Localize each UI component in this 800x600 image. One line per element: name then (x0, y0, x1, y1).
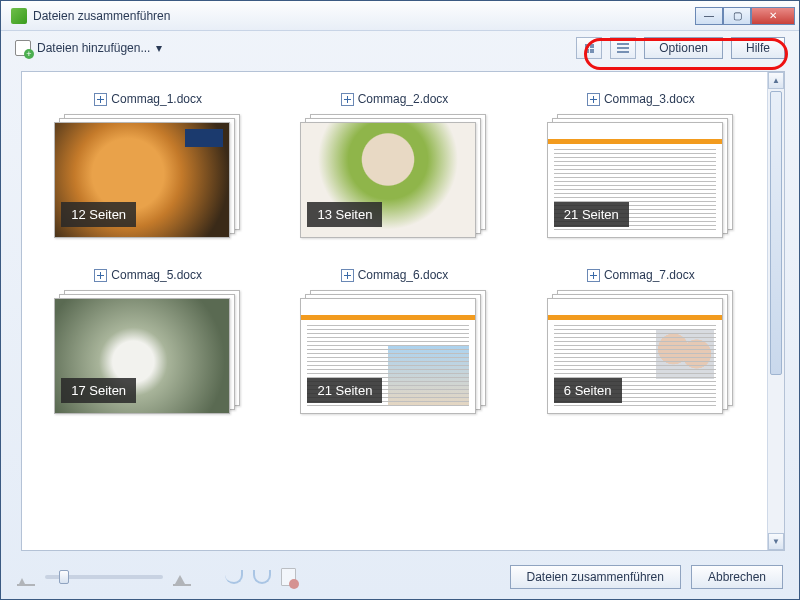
page-count-badge: 6 Seiten (554, 378, 622, 403)
minimize-button[interactable]: — (695, 7, 723, 25)
page-count-badge: 21 Seiten (307, 378, 382, 403)
toolbar: Dateien hinzufügen... ▾ Optionen Hilfe (1, 31, 799, 65)
close-button[interactable]: ✕ (751, 7, 795, 25)
file-item[interactable]: Commag_3.docx21 Seiten (525, 92, 757, 238)
file-item[interactable]: Commag_7.docx6 Seiten (525, 268, 757, 414)
page-count-badge: 12 Seiten (61, 202, 136, 227)
expand-icon[interactable] (341, 93, 354, 106)
scroll-thumb[interactable] (770, 91, 782, 375)
add-files-label: Dateien hinzufügen... (37, 41, 150, 55)
zoom-in-icon[interactable] (173, 568, 191, 586)
combine-files-button[interactable]: Dateien zusammenführen (510, 565, 681, 589)
help-button[interactable]: Hilfe (731, 37, 785, 59)
remove-file-button[interactable] (281, 568, 296, 586)
redo-button[interactable] (253, 570, 271, 584)
maximize-button[interactable]: ▢ (723, 7, 751, 25)
file-name: Commag_1.docx (111, 92, 202, 106)
file-item[interactable]: Commag_6.docx21 Seiten (278, 268, 510, 414)
file-name: Commag_6.docx (358, 268, 449, 282)
file-thumbnail-stack[interactable]: 21 Seiten (300, 290, 488, 414)
file-grid: Commag_1.docx12 SeitenCommag_2.docx13 Se… (22, 72, 767, 550)
file-name-row: Commag_7.docx (587, 268, 695, 282)
page-count-badge: 13 Seiten (307, 202, 382, 227)
file-thumbnail-stack[interactable]: 21 Seiten (547, 114, 735, 238)
window-controls: — ▢ ✕ (695, 7, 795, 25)
file-thumbnail-stack[interactable]: 6 Seiten (547, 290, 735, 414)
add-files-button[interactable]: Dateien hinzufügen... ▾ (15, 40, 162, 56)
file-name: Commag_5.docx (111, 268, 202, 282)
cancel-button[interactable]: Abbrechen (691, 565, 783, 589)
file-name-row: Commag_6.docx (341, 268, 449, 282)
file-thumbnail-stack[interactable]: 17 Seiten (54, 290, 242, 414)
dropdown-caret-icon: ▾ (156, 41, 162, 55)
file-list-frame: Commag_1.docx12 SeitenCommag_2.docx13 Se… (21, 71, 785, 551)
file-name-row: Commag_5.docx (94, 268, 202, 282)
expand-icon[interactable] (94, 93, 107, 106)
zoom-slider-thumb[interactable] (59, 570, 69, 584)
file-item[interactable]: Commag_5.docx17 Seiten (32, 268, 264, 414)
page-count-badge: 21 Seiten (554, 202, 629, 227)
list-icon (617, 43, 629, 53)
bottom-bar: Dateien zusammenführen Abbrechen (1, 555, 799, 599)
expand-icon[interactable] (94, 269, 107, 282)
scroll-track[interactable] (768, 89, 784, 533)
file-name-row: Commag_2.docx (341, 92, 449, 106)
expand-icon[interactable] (587, 269, 600, 282)
expand-icon[interactable] (587, 93, 600, 106)
window-title: Dateien zusammenführen (33, 9, 695, 23)
zoom-out-icon[interactable] (17, 568, 35, 586)
undo-button[interactable] (225, 570, 243, 584)
app-icon (11, 8, 27, 24)
thumbnail-view-button[interactable] (576, 37, 602, 59)
file-name: Commag_3.docx (604, 92, 695, 106)
list-view-button[interactable] (610, 37, 636, 59)
file-thumbnail-stack[interactable]: 12 Seiten (54, 114, 242, 238)
file-name: Commag_7.docx (604, 268, 695, 282)
file-thumbnail-stack[interactable]: 13 Seiten (300, 114, 488, 238)
file-name-row: Commag_1.docx (94, 92, 202, 106)
zoom-slider[interactable] (45, 575, 163, 579)
file-item[interactable]: Commag_1.docx12 Seiten (32, 92, 264, 238)
add-file-icon (15, 40, 31, 56)
vertical-scrollbar[interactable]: ▲ ▼ (767, 72, 784, 550)
scroll-up-button[interactable]: ▲ (768, 72, 784, 89)
merge-files-window: Dateien zusammenführen — ▢ ✕ Dateien hin… (0, 0, 800, 600)
expand-icon[interactable] (341, 269, 354, 282)
file-name-row: Commag_3.docx (587, 92, 695, 106)
titlebar: Dateien zusammenführen — ▢ ✕ (1, 1, 799, 31)
scroll-down-button[interactable]: ▼ (768, 533, 784, 550)
options-button[interactable]: Optionen (644, 37, 723, 59)
page-count-badge: 17 Seiten (61, 378, 136, 403)
file-item[interactable]: Commag_2.docx13 Seiten (278, 92, 510, 238)
file-name: Commag_2.docx (358, 92, 449, 106)
grid-icon (585, 44, 594, 53)
